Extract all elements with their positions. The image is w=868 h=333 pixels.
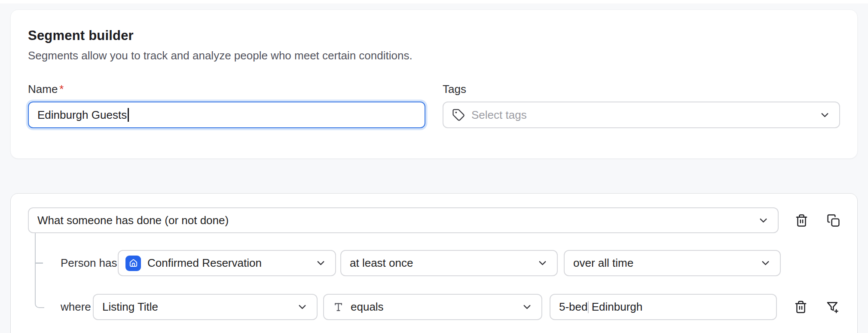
chevron-down-icon <box>521 301 533 313</box>
name-label: Name* <box>28 83 425 96</box>
property-select[interactable]: Listing Title <box>93 294 318 320</box>
event-row-label: Person has <box>61 256 118 270</box>
condition-type-value: What someone has done (or not done) <box>37 214 229 227</box>
copy-icon <box>827 214 840 227</box>
add-filter-button[interactable] <box>826 300 839 314</box>
operator-select-value: equals <box>351 300 384 314</box>
home-icon <box>125 256 141 271</box>
event-select-value: Confirmed Reservation <box>147 256 262 270</box>
trash-icon <box>795 214 808 227</box>
tags-select[interactable]: Select tags <box>443 102 840 128</box>
filter-row-label: where <box>61 300 93 314</box>
text-caret <box>128 108 129 122</box>
delete-condition-button[interactable] <box>795 214 808 227</box>
chevron-down-icon <box>537 257 548 269</box>
tags-field: Tags Select tags <box>443 83 840 128</box>
tag-icon <box>452 108 465 121</box>
name-field: Name* Edinburgh Guests <box>28 83 425 128</box>
chevron-down-icon <box>760 257 771 269</box>
chevron-down-icon <box>296 301 308 313</box>
timeframe-select[interactable]: over all time <box>564 250 781 276</box>
name-input[interactable]: Edinburgh Guests <box>28 102 425 128</box>
text-type-icon <box>333 301 344 313</box>
operator-select[interactable]: equals <box>323 294 542 320</box>
page-subtitle: Segments allow you to track and analyze … <box>28 49 840 62</box>
condition-type-select[interactable]: What someone has done (or not done) <box>28 207 779 233</box>
segment-builder-card: Segment builder Segments allow you to tr… <box>10 9 858 159</box>
conditions-card: What someone has done (or not done) Pers… <box>10 193 858 333</box>
event-select[interactable]: Confirmed Reservation <box>118 250 336 276</box>
tree-connector-tick <box>35 262 43 264</box>
filter-row: where Listing Title equals 5-bed Edi <box>28 294 840 320</box>
page-title: Segment builder <box>28 28 840 43</box>
frequency-select-value: at least once <box>350 256 413 270</box>
property-select-value: Listing Title <box>102 300 158 314</box>
trash-icon <box>794 300 807 314</box>
event-row: Person has Confirmed Reservation at leas… <box>28 250 840 276</box>
top-divider <box>0 0 868 3</box>
tags-label: Tags <box>443 83 840 96</box>
frequency-select[interactable]: at least once <box>340 250 558 276</box>
filter-value-before: 5-bed <box>559 300 588 314</box>
condition-type-row: What someone has done (or not done) <box>28 207 840 233</box>
timeframe-select-value: over all time <box>573 256 633 270</box>
chevron-down-icon <box>758 215 769 226</box>
chevron-down-icon <box>819 109 831 121</box>
tags-placeholder: Select tags <box>471 108 527 122</box>
chevron-down-icon <box>315 257 327 269</box>
name-input-value: Edinburgh Guests <box>37 108 127 122</box>
tree-connector-elbow <box>35 233 44 308</box>
delete-filter-button[interactable] <box>794 300 807 314</box>
filter-value-after: Edinburgh <box>589 300 643 314</box>
filter-value-input[interactable]: 5-bed Edinburgh <box>550 294 777 320</box>
filter-plus-icon <box>826 300 839 314</box>
duplicate-condition-button[interactable] <box>827 214 840 227</box>
required-marker: * <box>59 83 64 96</box>
